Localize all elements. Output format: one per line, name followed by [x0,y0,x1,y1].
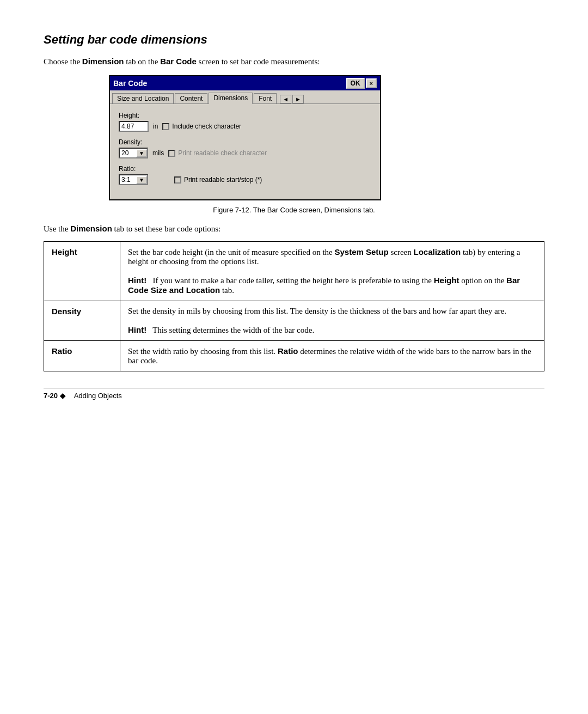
tab-size-location[interactable]: Size and Location [112,93,174,103]
height-field-group: Height: in Include check character [119,112,371,132]
print-readable-start-label: Print readable start/stop (*) [184,176,262,184]
table-row: Density Set the density in mils by choos… [44,301,544,341]
density-row: 20 ▼ mils Print readable check character [119,148,371,158]
dialog-content: Height: in Include check character Densi… [110,104,380,199]
options-table: Height Set the bar code height (in the u… [44,241,544,371]
dialog-titlebar: Bar Code OK × [110,76,380,90]
density-field-group: Density: 20 ▼ mils Print readable check … [119,138,371,158]
tab-prev-button[interactable]: ◄ [280,95,291,103]
ratio-dropdown[interactable]: 3:1 ▼ [119,174,148,185]
include-check-checkbox[interactable] [162,123,169,130]
dialog-tabs: Size and Location Content Dimensions Fon… [110,90,380,104]
height-unit: in [153,123,158,130]
ok-button[interactable]: OK [346,78,365,89]
footer-section: Adding Objects [74,392,122,400]
density-dropdown[interactable]: 20 ▼ [119,148,148,158]
table-row: Height Set the bar code height (in the u… [44,242,544,301]
desc-density: Set the density in mils by choosing from… [120,301,544,341]
height-label: Height: [119,112,371,119]
footer: 7-20 ◆ Adding Objects [44,388,544,400]
table-row: Ratio Set the width ratio by choosing fr… [44,341,544,371]
density-value: 20 [120,149,136,157]
print-readable-start-checkbox[interactable] [174,176,181,184]
print-readable-check-checkbox[interactable] [168,150,175,157]
figure-caption: Figure 7-12. The Bar Code screen, Dimens… [44,206,544,214]
term-ratio: Ratio [44,341,120,371]
use-text: Use the Dimension tab to set these bar c… [44,224,544,234]
close-button[interactable]: × [366,78,377,88]
footer-page: 7-20 ◆ [44,392,65,400]
ratio-row: 3:1 ▼ Print readable start/stop (*) [119,174,371,185]
print-readable-check-label: Print readable check character [178,149,267,157]
bar-code-dialog: Bar Code OK × Size and Location Content … [109,75,381,200]
tab-font[interactable]: Font [254,93,277,103]
term-height: Height [44,242,120,301]
height-row: in Include check character [119,121,371,132]
desc-height: Set the bar code height (in the unit of … [120,242,544,301]
height-input[interactable] [119,121,149,132]
ratio-dropdown-button[interactable]: ▼ [136,176,147,184]
dialog-titlebar-buttons: OK × [346,78,377,89]
ratio-value: 3:1 [120,175,136,184]
dialog-wrapper: Bar Code OK × Size and Location Content … [109,75,544,200]
tab-dimensions[interactable]: Dimensions [209,93,253,104]
print-readable-start-row: Print readable start/stop (*) [174,176,262,184]
dialog-title: Bar Code [113,79,147,88]
density-label: Density: [119,138,371,146]
tab-content[interactable]: Content [175,93,207,103]
intro-paragraph: Choose the Dimension tab on the Bar Code… [44,57,544,66]
density-dropdown-button[interactable]: ▼ [136,149,147,157]
tab-next-button[interactable]: ► [292,95,304,103]
ratio-label: Ratio: [119,165,371,173]
ratio-field-group: Ratio: 3:1 ▼ Print readable start/stop (… [119,165,371,185]
tab-nav: ◄ ► [280,95,304,103]
page-title: Setting bar code dimensions [44,33,544,47]
desc-ratio: Set the width ratio by choosing from thi… [120,341,544,371]
density-unit: mils [152,149,164,157]
term-density: Density [44,301,120,341]
include-check-row: Include check character [162,123,241,130]
include-check-label: Include check character [172,123,241,130]
print-readable-check-row: Print readable check character [168,149,267,157]
